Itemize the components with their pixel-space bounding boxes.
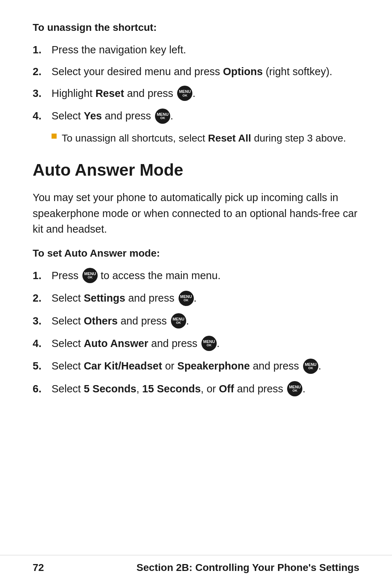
step-number: 2. bbox=[33, 64, 52, 79]
unassign-section: To unassign the shortcut: 1. Press the n… bbox=[33, 22, 359, 146]
step-content: Select Settings and press MENU OK . bbox=[52, 290, 359, 306]
auto-answer-steps-list: 1. Press MENU OK to access the main menu… bbox=[33, 268, 359, 397]
footer-section-text: Section 2B: Controlling Your Phone's Set… bbox=[136, 562, 359, 573]
menu-ok-icon: MENU OK bbox=[171, 313, 186, 328]
menu-ok-icon: MENU OK bbox=[179, 291, 194, 306]
step-content: Select Yes and press MENU OK . bbox=[52, 108, 359, 124]
unassign-steps-list: 1. Press the navigation key left. 2. Sel… bbox=[33, 42, 359, 124]
page-footer: 72 Section 2B: Controlling Your Phone's … bbox=[0, 555, 392, 573]
bullet-square-icon bbox=[52, 134, 57, 139]
step-number: 3. bbox=[33, 313, 52, 328]
bullet-list: To unassign all shortcuts, select Reset … bbox=[52, 131, 359, 146]
icon-ok-text: OK bbox=[183, 94, 188, 98]
menu-ok-icon: MENU OK bbox=[155, 109, 170, 124]
icon-ok-text: OK bbox=[293, 389, 298, 393]
menu-ok-icon: MENU OK bbox=[201, 336, 217, 351]
step-content: Select Others and press MENU OK . bbox=[52, 313, 359, 329]
footer-page-number: 72 bbox=[33, 562, 44, 573]
page-content: To unassign the shortcut: 1. Press the n… bbox=[0, 0, 392, 440]
step-number: 1. bbox=[33, 268, 52, 283]
bullet-item: To unassign all shortcuts, select Reset … bbox=[52, 131, 359, 146]
icon-ok-text: OK bbox=[160, 117, 165, 120]
step-content: Select Auto Answer and press MENU OK . bbox=[52, 336, 359, 352]
step-content: Select Car Kit/Headset or Speakerphone a… bbox=[52, 358, 359, 374]
step-number: 4. bbox=[33, 108, 52, 123]
step-number: 6. bbox=[33, 381, 52, 396]
icon-menu-text: MENU bbox=[179, 89, 191, 94]
auto-answer-title: Auto Answer Mode bbox=[33, 160, 359, 180]
unassign-label: To unassign the shortcut: bbox=[33, 22, 359, 33]
unassign-step-4: 4. Select Yes and press MENU OK . bbox=[33, 108, 359, 124]
step-number: 1. bbox=[33, 42, 52, 57]
icon-menu-text: MENU bbox=[180, 294, 192, 299]
set-auto-answer-label: To set Auto Answer mode: bbox=[33, 248, 359, 259]
auto-answer-section: Auto Answer Mode You may set your phone … bbox=[33, 160, 359, 397]
step-number: 2. bbox=[33, 290, 52, 306]
unassign-step-2: 2. Select your desired menu and press Op… bbox=[33, 64, 359, 79]
icon-ok-text: OK bbox=[184, 299, 189, 302]
step-number: 5. bbox=[33, 358, 52, 373]
step-content: Select your desired menu and press Optio… bbox=[52, 64, 359, 79]
step-content: Highlight Reset and press MENU OK . bbox=[52, 86, 359, 102]
unassign-step-1: 1. Press the navigation key left. bbox=[33, 42, 359, 57]
icon-menu-text: MENU bbox=[305, 362, 317, 367]
step-content: Press the navigation key left. bbox=[52, 42, 359, 57]
icon-ok-text: OK bbox=[308, 367, 313, 370]
menu-ok-icon: MENU OK bbox=[82, 268, 98, 283]
menu-ok-icon: MENU OK bbox=[303, 359, 318, 374]
auto-step-6: 6. Select 5 Seconds, 15 Seconds, or Off … bbox=[33, 381, 359, 397]
auto-step-5: 5. Select Car Kit/Headset or Speakerphon… bbox=[33, 358, 359, 374]
menu-ok-icon: MENU OK bbox=[287, 381, 302, 396]
menu-ok-icon: MENU OK bbox=[177, 86, 192, 101]
auto-step-3: 3. Select Others and press MENU OK . bbox=[33, 313, 359, 329]
step-number: 3. bbox=[33, 86, 52, 101]
unassign-step-3: 3. Highlight Reset and press MENU OK . bbox=[33, 86, 359, 102]
auto-step-1: 1. Press MENU OK to access the main menu… bbox=[33, 268, 359, 284]
auto-step-2: 2. Select Settings and press MENU OK . bbox=[33, 290, 359, 306]
bullet-text: To unassign all shortcuts, select Reset … bbox=[62, 131, 346, 146]
step-number: 4. bbox=[33, 336, 52, 351]
icon-ok-text: OK bbox=[87, 276, 93, 279]
step-content: Press MENU OK to access the main menu. bbox=[52, 268, 359, 284]
icon-ok-text: OK bbox=[207, 344, 212, 347]
step-content: Select 5 Seconds, 15 Seconds, or Off and… bbox=[52, 381, 359, 397]
auto-step-4: 4. Select Auto Answer and press MENU OK … bbox=[33, 336, 359, 352]
auto-answer-intro: You may set your phone to automatically … bbox=[33, 190, 359, 237]
icon-ok-text: OK bbox=[176, 321, 181, 325]
